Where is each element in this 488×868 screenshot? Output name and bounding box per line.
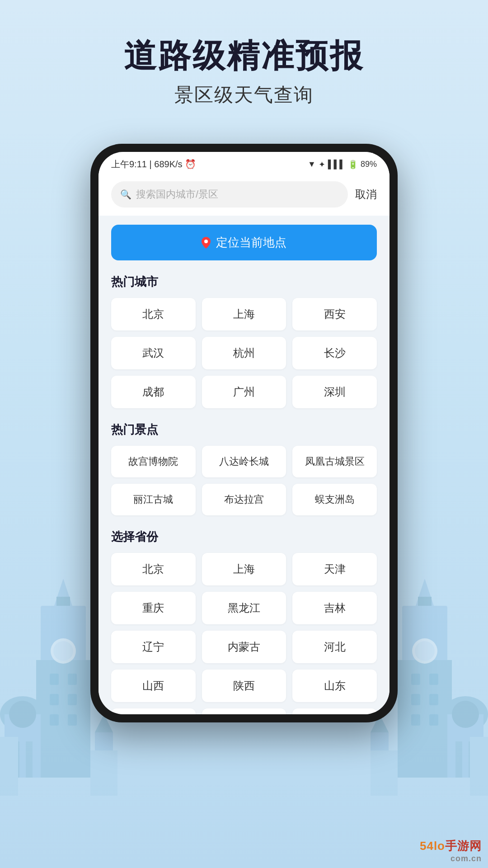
svg-rect-39 (371, 750, 398, 796)
svg-point-5 (53, 641, 73, 661)
province-chip-heilongjiang[interactable]: 黑龙江 (202, 592, 286, 624)
alarm-icon: ⏰ (185, 159, 196, 169)
svg-rect-32 (429, 714, 438, 726)
status-time: 上午9:11 (111, 159, 147, 169)
status-icons: ▼ ✦ ▌▌▌ 🔋 89% (308, 160, 377, 170)
province-chip-tianjin[interactable]: 天津 (292, 553, 377, 585)
hot-scenic-grid: 故宫博物院 八达岭长城 凤凰古城景区 丽江古城 布达拉宫 蜈支洲岛 (111, 446, 377, 515)
svg-rect-24 (418, 597, 432, 606)
province-chip-shandong[interactable]: 山东 (292, 670, 377, 702)
search-placeholder: 搜索国内城市/景区 (136, 188, 218, 201)
svg-point-14 (9, 701, 36, 728)
province-grid: 北京 上海 天津 重庆 黑龙江 吉林 辽宁 内蒙古 河北 山西 陕西 山东 新疆… (111, 553, 377, 714)
city-chip-shenzhen[interactable]: 深圳 (292, 376, 377, 408)
search-cancel-button[interactable]: 取消 (355, 187, 377, 202)
city-chip-xian[interactable]: 西安 (292, 298, 377, 330)
province-chip-xizang[interactable]: 西藏 (202, 708, 286, 714)
location-button[interactable]: 定位当前地点 (111, 225, 377, 260)
svg-rect-11 (68, 714, 77, 726)
battery-icon: 🔋 (348, 160, 358, 170)
svg-rect-40 (371, 732, 389, 750)
svg-rect-3 (56, 597, 70, 606)
province-chip-neimenggu[interactable]: 内蒙古 (202, 631, 286, 663)
province-chip-liaoning[interactable]: 辽宁 (111, 631, 196, 663)
svg-rect-17 (0, 737, 18, 796)
city-chip-guangzhou[interactable]: 广州 (202, 376, 286, 408)
header-section: 道路级精准预报 景区级天气查询 (0, 0, 488, 126)
location-btn-label: 定位当前地点 (216, 235, 286, 250)
hot-cities-title: 热门城市 (111, 274, 377, 290)
location-pin-icon (202, 237, 211, 249)
battery-percent: 89% (361, 160, 377, 169)
city-chip-beijing[interactable]: 北京 (111, 298, 196, 330)
province-title: 选择省份 (111, 529, 377, 545)
svg-point-35 (452, 701, 479, 728)
svg-rect-16 (26, 741, 33, 778)
status-speed: | 689K/s (150, 159, 185, 169)
province-chip-qinghai[interactable]: 青海 (292, 708, 377, 714)
svg-rect-18 (90, 750, 117, 796)
svg-rect-27 (411, 674, 420, 685)
province-chip-shanxi[interactable]: 山西 (111, 670, 196, 702)
phone-frame: 上午9:11 | 689K/s ⏰ ▼ ✦ ▌▌▌ 🔋 89% 🔍 搜索国 (90, 144, 398, 722)
province-chip-hebei[interactable]: 河北 (292, 631, 377, 663)
scenic-chip-gugong[interactable]: 故宫博物院 (111, 446, 196, 477)
province-section: 选择省份 北京 上海 天津 重庆 黑龙江 吉林 辽宁 内蒙古 河北 山西 陕西 … (111, 529, 377, 714)
hot-cities-grid: 北京 上海 西安 武汉 杭州 长沙 成都 广州 深圳 (111, 298, 377, 408)
svg-point-42 (204, 240, 208, 243)
bluetooth-icon: ✦ (319, 160, 325, 170)
scenic-chip-badaling[interactable]: 八达岭长城 (202, 446, 286, 477)
svg-rect-29 (411, 694, 420, 705)
city-chip-wuhan[interactable]: 武汉 (111, 337, 196, 369)
svg-rect-31 (411, 714, 420, 726)
svg-rect-6 (50, 674, 59, 685)
watermark-text: 54lo手游网 (420, 839, 482, 853)
city-chip-changsha[interactable]: 长沙 (292, 337, 377, 369)
city-chip-chengdu[interactable]: 成都 (111, 376, 196, 408)
signal-icon: ▌▌▌ (328, 160, 345, 169)
phone-screen: 上午9:11 | 689K/s ⏰ ▼ ✦ ▌▌▌ 🔋 89% 🔍 搜索国 (99, 152, 389, 714)
province-chip-jilin[interactable]: 吉林 (292, 592, 377, 624)
svg-rect-30 (429, 694, 438, 705)
svg-rect-7 (68, 674, 77, 685)
svg-rect-38 (470, 737, 488, 796)
province-chip-shaanxi[interactable]: 陕西 (202, 670, 286, 702)
svg-rect-28 (429, 674, 438, 685)
watermark-domain: com.cn (420, 854, 482, 863)
svg-rect-8 (50, 694, 59, 705)
scenic-chip-fenghuang[interactable]: 凤凰古城景区 (292, 446, 377, 477)
hot-scenic-title: 热门景点 (111, 422, 377, 438)
province-chip-chongqing[interactable]: 重庆 (111, 592, 196, 624)
watermark: 54lo手游网 com.cn (420, 838, 482, 863)
city-chip-shanghai[interactable]: 上海 (202, 298, 286, 330)
sub-title: 景区级天气查询 (0, 82, 488, 108)
svg-rect-36 (455, 741, 462, 778)
wifi-icon: ▼ (308, 160, 316, 169)
search-bar-area: 🔍 搜索国内城市/景区 取消 (99, 175, 389, 216)
province-chip-xinjiang[interactable]: 新疆 (111, 708, 196, 714)
svg-point-26 (415, 641, 435, 661)
svg-rect-9 (68, 694, 77, 705)
svg-rect-19 (95, 732, 113, 750)
scenic-chip-potala[interactable]: 布达拉宫 (202, 484, 286, 515)
province-chip-shanghai[interactable]: 上海 (202, 553, 286, 585)
status-bar: 上午9:11 | 689K/s ⏰ ▼ ✦ ▌▌▌ 🔋 89% (99, 152, 389, 175)
province-chip-beijing[interactable]: 北京 (111, 553, 196, 585)
main-title: 道路级精准预报 (0, 36, 488, 75)
svg-rect-10 (50, 714, 59, 726)
scenic-chip-wuzhizhou[interactable]: 蜈支洲岛 (292, 484, 377, 515)
scroll-content: 定位当前地点 热门城市 北京 上海 西安 武汉 杭州 长沙 成都 广州 深圳 热… (99, 216, 389, 714)
status-time-speed: 上午9:11 | 689K/s ⏰ (111, 158, 196, 170)
city-chip-hangzhou[interactable]: 杭州 (202, 337, 286, 369)
scenic-chip-lijiang[interactable]: 丽江古城 (111, 484, 196, 515)
search-icon: 🔍 (120, 189, 131, 200)
search-input-box[interactable]: 🔍 搜索国内城市/景区 (111, 181, 348, 208)
